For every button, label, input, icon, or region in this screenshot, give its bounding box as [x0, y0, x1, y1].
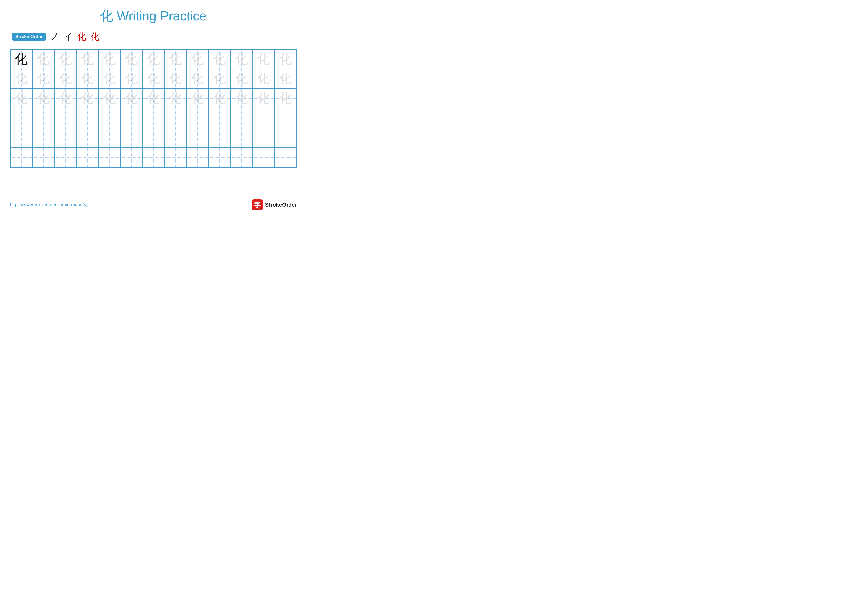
grid-cell[interactable]	[164, 108, 186, 128]
grid-cell[interactable]: 化	[274, 89, 296, 108]
brand-name: StrokeOrder	[265, 202, 297, 208]
grid-cell[interactable]: 化	[164, 69, 186, 89]
grid-cell[interactable]: 化	[230, 69, 253, 89]
grid-cell[interactable]: 化	[10, 49, 33, 69]
grid-cell[interactable]	[10, 128, 33, 148]
grid-cell[interactable]	[54, 108, 76, 128]
grid-cell[interactable]	[208, 108, 230, 128]
grid-cell[interactable]: 化	[253, 49, 274, 69]
grid-cell[interactable]	[10, 108, 33, 128]
grid-cell[interactable]	[121, 108, 143, 128]
title-rest: Writing Practice	[113, 9, 207, 23]
grid-cell[interactable]	[10, 148, 33, 167]
grid-cell[interactable]	[230, 148, 253, 167]
grid-cell[interactable]: 化	[143, 49, 164, 69]
grid-cell[interactable]: 化	[98, 89, 121, 108]
grid-cell[interactable]: 化	[10, 89, 33, 108]
grid-cell[interactable]: 化	[253, 69, 274, 89]
stroke-steps: ノ イ 化 化	[50, 31, 99, 43]
grid-cell[interactable]: 化	[186, 89, 208, 108]
grid-cell[interactable]: 化	[33, 89, 54, 108]
grid-cell[interactable]: 化	[230, 49, 253, 69]
stroke-step-1: ノ	[50, 31, 59, 43]
grid-cell[interactable]	[230, 108, 253, 128]
title-character: 化	[100, 9, 113, 23]
writing-grid: 化化化化化化化化化化化化化化化化化化化化化化化化化化化化化化化化化化化化化化化	[10, 49, 297, 168]
stroke-step-2: イ	[64, 31, 73, 43]
grid-cell[interactable]: 化	[143, 69, 164, 89]
grid-cell[interactable]	[208, 148, 230, 167]
grid-cell[interactable]	[54, 148, 76, 167]
grid-cell[interactable]: 化	[121, 69, 143, 89]
grid-cell[interactable]: 化	[274, 49, 296, 69]
grid-cell[interactable]: 化	[230, 89, 253, 108]
grid-cell[interactable]: 化	[143, 89, 164, 108]
grid-cell[interactable]: 化	[121, 49, 143, 69]
grid-cell[interactable]	[98, 128, 121, 148]
grid-cell[interactable]	[33, 108, 54, 128]
grid-cell[interactable]: 化	[186, 69, 208, 89]
grid-cell[interactable]	[274, 108, 296, 128]
grid-cell[interactable]: 化	[121, 89, 143, 108]
grid-cell[interactable]: 化	[76, 69, 98, 89]
footer: https://www.strokeorder.com/chinese/化 字 …	[10, 199, 297, 210]
footer-brand: 字 StrokeOrder	[252, 199, 297, 210]
grid-cell[interactable]: 化	[208, 89, 230, 108]
grid-cell[interactable]: 化	[208, 69, 230, 89]
footer-url[interactable]: https://www.strokeorder.com/chinese/化	[10, 202, 88, 208]
stroke-step-3: 化	[77, 31, 86, 43]
grid-cell[interactable]: 化	[76, 89, 98, 108]
brand-icon: 字	[252, 199, 263, 210]
grid-cell[interactable]	[274, 148, 296, 167]
grid-cell[interactable]	[54, 128, 76, 148]
grid-cell[interactable]: 化	[98, 69, 121, 89]
grid-cell[interactable]: 化	[33, 49, 54, 69]
grid-cell[interactable]: 化	[186, 49, 208, 69]
grid-cell[interactable]: 化	[208, 49, 230, 69]
grid-cell[interactable]	[98, 108, 121, 128]
grid-cell[interactable]	[143, 108, 164, 128]
grid-cell[interactable]	[121, 128, 143, 148]
grid-cell[interactable]	[253, 148, 274, 167]
grid-cell[interactable]	[230, 128, 253, 148]
grid-cell[interactable]	[253, 108, 274, 128]
stroke-order-badge: Stroke Order	[12, 33, 45, 40]
grid-cell[interactable]: 化	[54, 49, 76, 69]
grid-cell[interactable]: 化	[54, 89, 76, 108]
grid-cell[interactable]: 化	[164, 49, 186, 69]
page-title: 化 Writing Practice	[10, 8, 297, 25]
grid-cell[interactable]: 化	[33, 69, 54, 89]
grid-cell[interactable]	[76, 108, 98, 128]
grid-cell[interactable]	[98, 148, 121, 167]
grid-cell[interactable]	[164, 128, 186, 148]
grid-cell[interactable]	[186, 148, 208, 167]
grid-cell[interactable]	[274, 128, 296, 148]
grid-cell[interactable]: 化	[274, 69, 296, 89]
grid-cell[interactable]: 化	[164, 89, 186, 108]
grid-cell[interactable]	[121, 148, 143, 167]
grid-cell[interactable]	[186, 108, 208, 128]
grid-cell[interactable]	[186, 128, 208, 148]
grid-cell[interactable]	[76, 148, 98, 167]
grid-cell[interactable]	[76, 128, 98, 148]
stroke-order-section: Stroke Order ノ イ 化 化	[12, 31, 297, 43]
grid-cell[interactable]	[164, 148, 186, 167]
grid-cell[interactable]	[33, 128, 54, 148]
stroke-step-4: 化	[91, 31, 99, 43]
grid-cell[interactable]	[253, 128, 274, 148]
grid-cell[interactable]	[33, 148, 54, 167]
grid-cell[interactable]	[143, 128, 164, 148]
grid-cell[interactable]	[208, 128, 230, 148]
grid-cell[interactable]: 化	[253, 89, 274, 108]
grid-cell[interactable]: 化	[98, 49, 121, 69]
grid-cell[interactable]: 化	[10, 69, 33, 89]
grid-cell[interactable]: 化	[76, 49, 98, 69]
grid-cell[interactable]	[143, 148, 164, 167]
grid-cell[interactable]: 化	[54, 69, 76, 89]
